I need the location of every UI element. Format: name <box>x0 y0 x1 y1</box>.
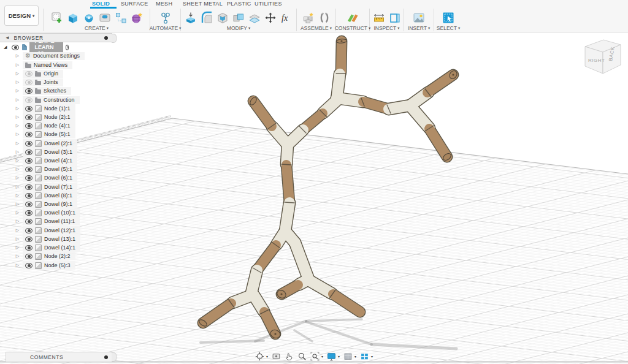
hole-icon[interactable] <box>98 10 112 25</box>
tree-item[interactable]: ▷Dowel (9):1 <box>15 200 77 208</box>
tree-item[interactable]: ▷Dowel (13):1 <box>15 235 80 243</box>
tree-item[interactable]: ▷Dowel (3):1 <box>15 148 77 156</box>
tree-item[interactable]: ▷Node (5):1 <box>15 130 75 138</box>
combine-icon[interactable] <box>231 10 246 25</box>
tree-item[interactable]: ▷Dowel (10):1 <box>15 208 80 217</box>
extrude-icon[interactable] <box>66 10 80 25</box>
expand-arrow-icon[interactable]: ▷ <box>15 53 20 58</box>
orbit-icon[interactable] <box>255 352 264 361</box>
expand-arrow-icon[interactable]: ▷ <box>15 97 20 102</box>
automate-icon[interactable] <box>158 10 173 25</box>
change-parameters-icon[interactable]: fx <box>279 10 294 25</box>
expand-arrow-icon[interactable]: ▷ <box>15 263 20 268</box>
visibility-eye-icon[interactable] <box>25 254 33 259</box>
visibility-eye-icon[interactable] <box>25 237 33 242</box>
tree-item[interactable]: ▷Dowel (5):1 <box>15 165 77 173</box>
insert-group-label[interactable]: INSERT▾ <box>408 26 430 31</box>
panel-resize-handle[interactable] <box>112 352 117 362</box>
expand-arrow-icon[interactable]: ▷ <box>15 245 20 250</box>
browser-panel-header[interactable]: ◄ BROWSER <box>0 33 112 42</box>
expand-arrow-icon[interactable]: ▷ <box>15 88 20 93</box>
insert-image-icon[interactable] <box>412 10 426 25</box>
tree-item[interactable]: ▷Node (4):1 <box>15 121 75 130</box>
dropdown-caret-icon[interactable]: ▾ <box>338 354 340 358</box>
joint-icon[interactable] <box>317 10 332 25</box>
expand-arrow-icon[interactable]: ▷ <box>15 219 20 224</box>
tree-item[interactable]: ▷Dowel (8):1 <box>15 191 77 200</box>
display-settings-icon[interactable] <box>327 352 336 361</box>
tab-sheet-metal[interactable]: SHEET METAL <box>183 1 223 7</box>
expand-arrow-icon[interactable]: ▷ <box>15 158 20 163</box>
tree-item[interactable]: ▷Construction <box>15 96 80 104</box>
tree-item[interactable]: ▷Sketches <box>15 86 71 95</box>
visibility-eye-icon[interactable] <box>25 88 33 94</box>
revolve-icon[interactable] <box>82 10 96 25</box>
visibility-eye-icon[interactable] <box>25 245 33 251</box>
pan-icon[interactable] <box>285 352 294 361</box>
construct-group-label[interactable]: CONSTRUCT▾ <box>335 26 371 31</box>
tab-utilities[interactable]: UTILITIES <box>255 1 282 7</box>
visibility-eye-icon[interactable] <box>25 80 33 85</box>
viewport-canvas[interactable] <box>0 0 628 364</box>
new-component-icon[interactable] <box>301 10 316 25</box>
measure-icon[interactable] <box>372 10 386 25</box>
tab-surface[interactable]: SURFACE <box>121 1 148 7</box>
visibility-eye-icon[interactable] <box>25 150 33 155</box>
tree-item[interactable]: ▷Dowel (7):1 <box>15 183 77 191</box>
tree-item-root[interactable]: ◢ PLAY & LEARN v12 <box>4 43 69 51</box>
tab-plastic[interactable]: PLASTIC <box>227 1 251 7</box>
assemble-group-label[interactable]: ASSEMBLE▾ <box>301 26 332 31</box>
automate-group-label[interactable]: AUTOMATE▾ <box>150 26 182 31</box>
visibility-eye-icon[interactable] <box>25 193 33 199</box>
select-icon[interactable] <box>441 10 456 25</box>
expand-arrow-icon[interactable]: ▷ <box>15 123 20 128</box>
expand-arrow-icon[interactable]: ▷ <box>15 63 20 67</box>
visibility-eye-icon[interactable] <box>25 115 33 120</box>
tree-item[interactable]: ▷Dowel (12):1 <box>15 226 80 235</box>
grid-display-icon[interactable] <box>343 352 353 361</box>
visibility-eye-icon[interactable] <box>12 45 19 50</box>
create-form-icon[interactable] <box>129 10 144 25</box>
expand-arrow-icon[interactable]: ▷ <box>15 141 20 146</box>
comments-panel-header[interactable]: COMMENTS <box>6 352 112 362</box>
look-at-icon[interactable] <box>272 352 281 361</box>
construct-plane-icon[interactable] <box>345 10 360 25</box>
tree-item[interactable]: ▷Node (1):1 <box>15 104 75 113</box>
expand-arrow-icon[interactable]: ▷ <box>15 106 20 111</box>
visibility-eye-icon[interactable] <box>25 228 33 233</box>
visibility-eye-icon[interactable] <box>25 219 33 224</box>
visibility-eye-icon[interactable] <box>25 132 33 137</box>
visibility-eye-icon[interactable] <box>25 210 33 216</box>
tree-item[interactable]: ▷Dowel (6):1 <box>15 173 77 182</box>
visibility-eye-icon[interactable] <box>25 263 33 268</box>
collapse-panel-icon[interactable]: ◄ <box>5 35 10 40</box>
visibility-eye-icon[interactable] <box>25 184 33 190</box>
expand-arrow-icon[interactable]: ▷ <box>15 193 20 198</box>
expand-arrow-icon[interactable]: ▷ <box>15 115 20 119</box>
visibility-eye-icon[interactable] <box>25 141 33 146</box>
select-group-label[interactable]: SELECT▾ <box>437 26 460 31</box>
pattern-icon[interactable] <box>113 10 128 25</box>
tree-item[interactable]: ▷Named Views <box>15 61 72 69</box>
expand-arrow-icon[interactable]: ▷ <box>15 202 20 207</box>
dropdown-caret-icon[interactable]: ▾ <box>321 354 323 358</box>
activate-component-radio[interactable] <box>66 45 69 50</box>
dropdown-caret-icon[interactable]: ▾ <box>354 354 356 358</box>
tree-item[interactable]: ▷Node (2):2 <box>15 252 75 260</box>
expand-arrow-icon[interactable]: ▷ <box>15 175 20 180</box>
tree-item[interactable]: ▷Dowel (11):1 <box>15 217 80 226</box>
dropdown-caret-icon[interactable]: ▾ <box>371 354 373 358</box>
visibility-eye-icon[interactable] <box>25 175 33 181</box>
offset-face-icon[interactable] <box>247 10 262 25</box>
visibility-eye-icon[interactable] <box>25 123 33 129</box>
expand-arrow-icon[interactable]: ▷ <box>15 150 20 154</box>
expand-arrow-icon[interactable]: ▷ <box>15 80 20 85</box>
panel-menu-icon[interactable] <box>104 36 108 40</box>
fit-icon[interactable] <box>310 352 320 361</box>
expand-arrow-icon[interactable]: ▷ <box>15 167 20 172</box>
move-icon[interactable] <box>263 10 278 25</box>
tree-item[interactable]: ▷⚙Document Settings <box>15 51 85 60</box>
expand-arrow-icon[interactable]: ▷ <box>15 254 20 259</box>
create-group-label[interactable]: CREATE▾ <box>85 26 109 31</box>
shell-icon[interactable] <box>215 10 230 25</box>
